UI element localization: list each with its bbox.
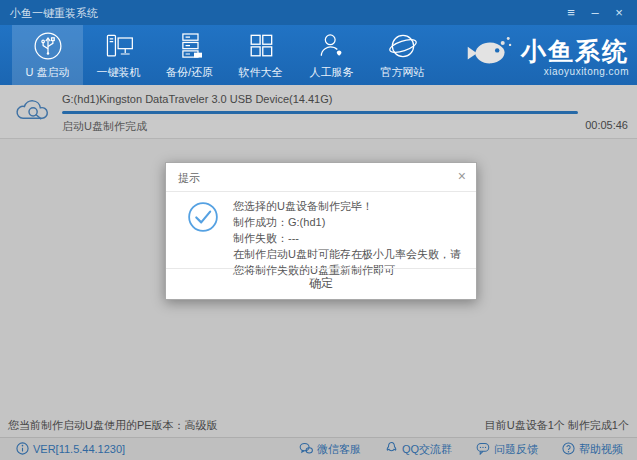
- person-service-icon: [316, 30, 348, 62]
- dialog-title: 提示: [178, 171, 200, 186]
- window-controls: ≡ – ×: [559, 0, 631, 25]
- nav-item-software-collection[interactable]: 软件大全: [225, 25, 296, 85]
- check-circle-icon: [186, 198, 220, 269]
- menu-icon[interactable]: ≡: [559, 0, 583, 25]
- dialog-footer: 确定: [166, 268, 476, 299]
- prompt-dialog: 提示 × 您选择的U盘设备制作完毕！ 制作成功：G:(hd1) 制作失败：---…: [165, 162, 477, 300]
- dialog-line: 制作失败：---: [233, 230, 462, 246]
- nav-item-manual-service[interactable]: 人工服务: [296, 25, 367, 85]
- titlebar: 小鱼一键重装系统 ≡ – ×: [0, 0, 637, 25]
- dialog-body: 您选择的U盘设备制作完毕！ 制作成功：G:(hd1) 制作失败：--- 在制作启…: [166, 191, 476, 269]
- nav-label: U 盘启动: [26, 65, 70, 80]
- dialog-message: 您选择的U盘设备制作完毕！ 制作成功：G:(hd1) 制作失败：--- 在制作启…: [233, 198, 462, 269]
- minimize-icon[interactable]: –: [583, 0, 607, 25]
- window-title: 小鱼一键重装系统: [10, 6, 98, 21]
- nav-item-one-click-install[interactable]: 一键装机: [83, 25, 154, 85]
- computer-icon: [103, 30, 135, 62]
- nav-label: 官方网站: [381, 65, 425, 80]
- nav-label: 一键装机: [97, 65, 141, 80]
- nav-item-official-website[interactable]: 官方网站: [367, 25, 438, 85]
- dialog-line: 您选择的U盘设备制作完毕！: [233, 198, 462, 214]
- brand-domain: xiaoyuxitong.com: [544, 66, 629, 77]
- apps-grid-icon: [245, 30, 277, 62]
- backup-restore-icon: [174, 30, 206, 62]
- nav-item-backup-restore[interactable]: 备份/还原: [154, 25, 225, 85]
- dialog-line: 制作成功：G:(hd1): [233, 214, 462, 230]
- nav-label: 软件大全: [239, 65, 283, 80]
- usb-icon: [32, 30, 64, 62]
- nav-label: 备份/还原: [166, 65, 213, 80]
- globe-icon: [387, 30, 419, 62]
- navbar: U 盘启动 一键装机: [0, 25, 637, 85]
- brand-logo: 小鱼系统 xiaoyuxitong.com: [462, 32, 629, 82]
- dialog-header: 提示 ×: [166, 163, 476, 192]
- app-window: 小鱼一键重装系统 ≡ – × U 盘启动: [0, 0, 637, 460]
- brand-name: 小鱼系统: [521, 38, 629, 65]
- close-icon[interactable]: ×: [607, 0, 631, 25]
- nav-item-usb-boot[interactable]: U 盘启动: [12, 25, 83, 85]
- ok-button[interactable]: 确定: [287, 269, 355, 298]
- nav-label: 人工服务: [310, 65, 354, 80]
- fish-logo-icon: [462, 32, 514, 82]
- content-area: G:(hd1)Kingston DataTraveler 3.0 USB Dev…: [0, 85, 637, 460]
- dialog-close-icon[interactable]: ×: [458, 168, 466, 184]
